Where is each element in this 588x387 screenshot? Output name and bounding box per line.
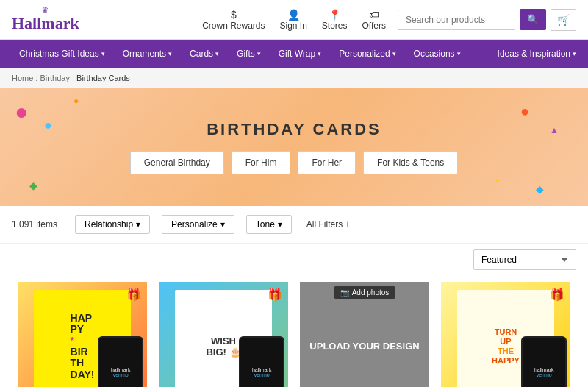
tone-filter[interactable]: Tone ▾ bbox=[246, 215, 292, 234]
card-text-1: HAPPY*BIRTHDAY! bbox=[68, 310, 98, 383]
chevron-down-icon: ▾ bbox=[215, 50, 219, 57]
breadcrumb-birthday[interactable]: Birthday bbox=[40, 74, 70, 82]
offers-label: Offers bbox=[362, 21, 386, 31]
relationship-filter[interactable]: Relationship ▾ bbox=[75, 215, 150, 234]
filter-for-kids-teens[interactable]: For Kids & Teens bbox=[363, 151, 458, 174]
product-image-3: 📷 Add photos UPLOAD YOUR DESIGN bbox=[300, 282, 429, 387]
search-button[interactable]: 🔍 bbox=[520, 9, 546, 30]
sort-select[interactable]: Featured Best Sellers Price: Low to High… bbox=[473, 249, 576, 270]
filter-for-her[interactable]: For Her bbox=[298, 151, 356, 174]
nav-ideas-label: Ideas & Inspiration bbox=[498, 49, 570, 59]
nav-occasions[interactable]: Occasions ▾ bbox=[406, 40, 468, 68]
top-nav-links: $ Crown Rewards 👤 Sign In 📍 Stores 🏷 Off… bbox=[202, 9, 386, 31]
crown-rewards-label: Crown Rewards bbox=[202, 21, 265, 31]
chevron-down-icon: ▾ bbox=[318, 50, 321, 57]
chevron-down-icon: ▾ bbox=[457, 50, 461, 57]
nav-gift-wrap[interactable]: Gift Wrap ▾ bbox=[271, 40, 329, 68]
add-photos-label: Add photos bbox=[352, 288, 390, 297]
deco-dot-1: ● bbox=[74, 96, 79, 106]
chevron-down-icon: ▾ bbox=[136, 219, 140, 230]
chevron-down-icon: ▾ bbox=[573, 50, 576, 57]
product-image-1: HAPPY*BIRTHDAY! hallmarkvenmo 🎁 bbox=[18, 282, 147, 387]
product-card-4[interactable]: TURNUPTHEHAPPY hallmarkvenmo 🎁 ADD TO CA… bbox=[435, 276, 576, 387]
results-count: 1,091 items bbox=[12, 219, 57, 230]
nav-christmas-gift-ideas[interactable]: Christmas Gift Ideas ▾ bbox=[12, 40, 112, 68]
nav-occasions-label: Occasions bbox=[414, 49, 455, 59]
hallmark-logo-small-2: hallmarkvenmo bbox=[252, 367, 271, 377]
chevron-down-icon: ▾ bbox=[168, 50, 172, 57]
user-icon: 👤 bbox=[287, 9, 300, 21]
add-photos-button[interactable]: 📷 Add photos bbox=[334, 286, 395, 299]
wishlist-icon-2: 🎁 bbox=[268, 288, 282, 302]
main-nav-left: Christmas Gift Ideas ▾ Ornaments ▾ Cards… bbox=[12, 40, 468, 68]
card-text-4: TURNUPTHEHAPPY bbox=[492, 327, 520, 366]
hero-title: BIRTHDAY CARDS bbox=[207, 120, 381, 139]
nav-personalized-label: Personalized bbox=[339, 49, 390, 59]
chevron-down-icon: ▾ bbox=[220, 219, 225, 230]
breadcrumb-home[interactable]: Home bbox=[12, 74, 33, 82]
product-image-content-4: TURNUPTHEHAPPY hallmarkvenmo 🎁 bbox=[441, 282, 570, 387]
stores-link[interactable]: 📍 Stores bbox=[322, 9, 348, 31]
sign-in-link[interactable]: 👤 Sign In bbox=[279, 9, 306, 31]
phone-mock-1: hallmarkvenmo bbox=[98, 336, 143, 387]
nav-giftwrap-label: Gift Wrap bbox=[279, 49, 315, 59]
nav-ornaments-label: Ornaments bbox=[123, 49, 166, 59]
sign-in-label: Sign In bbox=[279, 21, 306, 31]
product-image-content-1: HAPPY*BIRTHDAY! hallmarkvenmo 🎁 bbox=[18, 282, 147, 387]
hallmark-logo-small-4: hallmarkvenmo bbox=[534, 367, 553, 377]
nav-ideas-inspiration[interactable]: Ideas & Inspiration ▾ bbox=[498, 49, 576, 59]
nav-ornaments[interactable]: Ornaments ▾ bbox=[115, 40, 179, 68]
results-bar: 1,091 items Relationship ▾ Personalize ▾… bbox=[0, 206, 588, 244]
filter-for-him[interactable]: For Him bbox=[232, 151, 291, 174]
tone-filter-label: Tone bbox=[256, 219, 275, 230]
logo[interactable]: ♛ Hallmark bbox=[12, 6, 79, 33]
hero-filter-buttons: General Birthday For Him For Her For Kid… bbox=[130, 151, 459, 174]
wishlist-icon-1: 🎁 bbox=[126, 288, 141, 302]
chevron-down-icon: ▾ bbox=[278, 219, 282, 230]
nav-gifts[interactable]: Gifts ▾ bbox=[229, 40, 268, 68]
crown-rewards-link[interactable]: $ Crown Rewards bbox=[202, 9, 265, 31]
product-card-3[interactable]: 📷 Add photos UPLOAD YOUR DESIGN PERSONAL… bbox=[294, 276, 435, 387]
deco-circle-1: ● bbox=[15, 99, 28, 124]
search-input[interactable] bbox=[398, 10, 515, 30]
personalize-filter[interactable]: Personalize ▾ bbox=[162, 215, 234, 234]
product-image-2: WISHBIG! 🎂 hallmarkvenmo 🎁 bbox=[159, 282, 288, 387]
product-image-4: TURNUPTHEHAPPY hallmarkvenmo 🎁 bbox=[441, 282, 570, 387]
chevron-down-icon: ▾ bbox=[101, 50, 105, 57]
nav-personalized[interactable]: Personalized ▾ bbox=[331, 40, 403, 68]
logo-text: Hallmark bbox=[12, 14, 79, 32]
chevron-down-icon: ▾ bbox=[257, 50, 261, 57]
nav-christmas-label: Christmas Gift Ideas bbox=[19, 49, 99, 59]
all-filters-button[interactable]: All Filters + bbox=[306, 219, 351, 230]
deco-circle-2: ● bbox=[44, 118, 52, 133]
stores-label: Stores bbox=[322, 21, 348, 31]
offers-link[interactable]: 🏷 Offers bbox=[362, 9, 386, 31]
camera-icon: 📷 bbox=[340, 288, 349, 297]
cart-button[interactable]: 🛒 bbox=[551, 9, 576, 31]
sort-bar: Featured Best Sellers Price: Low to High… bbox=[0, 244, 588, 276]
breadcrumb: Home : Birthday : Birthday Cards bbox=[0, 68, 588, 88]
filter-general-birthday[interactable]: General Birthday bbox=[130, 151, 224, 174]
product-image-content-2: WISHBIG! 🎂 hallmarkvenmo 🎁 bbox=[159, 282, 288, 387]
nav-gifts-label: Gifts bbox=[237, 49, 255, 59]
deco-shape-3: ◆ bbox=[536, 183, 544, 195]
card-text-2: WISHBIG! 🎂 bbox=[206, 335, 240, 358]
crown-icon: ♛ bbox=[12, 6, 79, 14]
upload-text: UPLOAD YOUR DESIGN bbox=[309, 340, 419, 353]
product-card-2[interactable]: WISHBIG! 🎂 hallmarkvenmo 🎁 ADD TO CART $… bbox=[153, 276, 294, 387]
tag-icon: 🏷 bbox=[369, 9, 379, 21]
top-navigation: ♛ Hallmark $ Crown Rewards 👤 Sign In 📍 S… bbox=[0, 0, 588, 40]
main-navigation: Christmas Gift Ideas ▾ Ornaments ▾ Cards… bbox=[0, 40, 588, 68]
phone-mock-4: hallmarkvenmo bbox=[521, 336, 567, 387]
product-card-1[interactable]: HAPPY*BIRTHDAY! hallmarkvenmo 🎁 ADD TO C… bbox=[12, 276, 153, 387]
phone-mock-2: hallmarkvenmo bbox=[239, 336, 284, 387]
breadcrumb-current: Birthday Cards bbox=[76, 74, 130, 82]
wishlist-icon-4: 🎁 bbox=[550, 288, 564, 302]
relationship-filter-label: Relationship bbox=[85, 219, 133, 230]
deco-circle-3: ● bbox=[520, 103, 529, 120]
personalize-filter-label: Personalize bbox=[171, 219, 218, 230]
location-icon: 📍 bbox=[329, 9, 341, 21]
hero-banner: ● ● ● ◆ ● ▲ ◆ ● BIRTHDAY CARDS General B… bbox=[0, 88, 588, 206]
hallmark-logo-small-1: hallmarkvenmo bbox=[111, 367, 130, 377]
nav-cards[interactable]: Cards ▾ bbox=[182, 40, 226, 68]
